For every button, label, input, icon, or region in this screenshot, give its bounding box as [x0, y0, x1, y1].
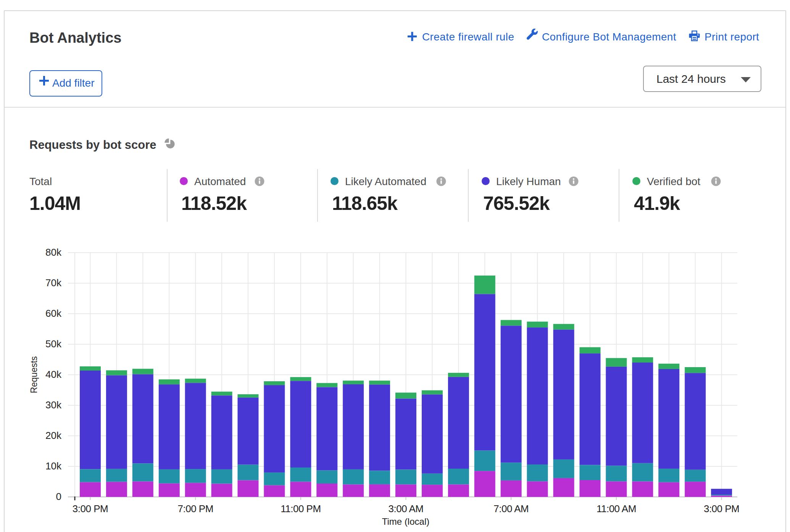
- svg-text:60k: 60k: [45, 308, 62, 319]
- svg-text:3:00 PM: 3:00 PM: [704, 503, 739, 514]
- svg-text:11:00 AM: 11:00 AM: [597, 503, 636, 514]
- svg-text:30k: 30k: [45, 399, 62, 411]
- svg-text:Requests: Requests: [29, 356, 39, 393]
- svg-text:10k: 10k: [45, 460, 62, 472]
- svg-text:0: 0: [56, 491, 61, 502]
- svg-text:3:00 PM: 3:00 PM: [73, 503, 108, 514]
- svg-text:11:00 PM: 11:00 PM: [281, 503, 321, 514]
- svg-text:7:00 AM: 7:00 AM: [493, 503, 529, 514]
- svg-text:80k: 80k: [45, 247, 62, 258]
- svg-text:70k: 70k: [45, 277, 62, 289]
- svg-text:20k: 20k: [45, 430, 62, 441]
- svg-text:50k: 50k: [45, 338, 62, 350]
- svg-text:3:00 AM: 3:00 AM: [389, 503, 424, 514]
- svg-text:40k: 40k: [45, 369, 62, 380]
- svg-text:7:00 PM: 7:00 PM: [178, 503, 213, 514]
- svg-text:Time (local): Time (local): [382, 516, 429, 527]
